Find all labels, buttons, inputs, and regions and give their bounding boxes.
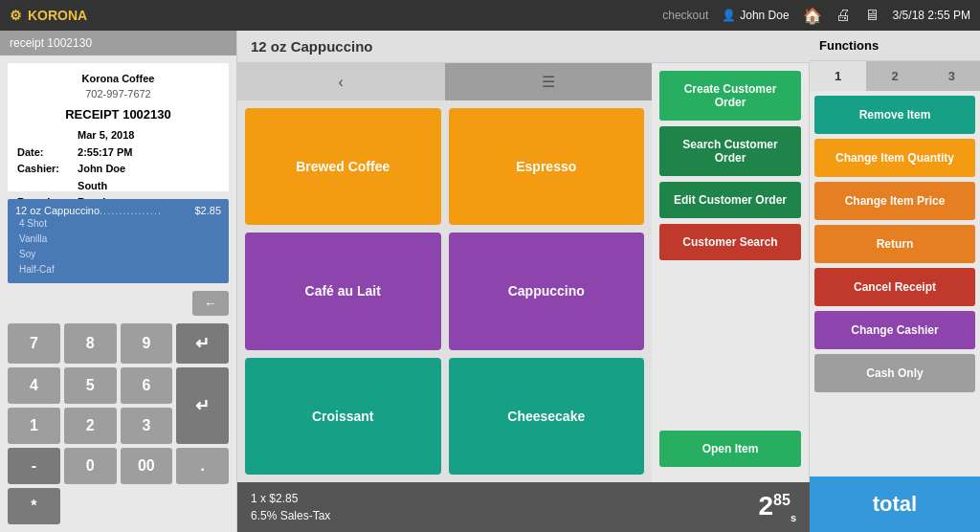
cashier-value: John Doe (78, 161, 135, 178)
numpad-star[interactable]: * (8, 488, 60, 524)
numpad-enter-2[interactable]: ↵ (176, 367, 229, 444)
user-icon: 👤 (722, 9, 736, 22)
product-section: ‹ ☰ Brewed Coffee Espresso Café au Lait … (237, 63, 652, 482)
store-name: Korona Coffee (17, 73, 219, 84)
functions-tab-3[interactable]: 3 (924, 61, 980, 91)
change-cashier-button[interactable]: Change Cashier (814, 311, 975, 349)
product-and-customer: 12 oz Cappuccino ‹ ☰ Brewed Coffee Espre… (237, 31, 810, 532)
functions-tabs: 1 2 3 (810, 61, 980, 91)
user-info: 👤 John Doe (722, 9, 789, 22)
order-footer: 1 x $2.85 6.5% Sales-Tax 285s (237, 482, 810, 532)
product-cappuccino[interactable]: Cappuccino (449, 233, 645, 349)
functions-buttons: Remove Item Change Item Quantity Change … (810, 91, 980, 477)
customer-search-button[interactable]: Customer Search (659, 224, 801, 260)
nav-back-button[interactable]: ‹ (237, 63, 445, 100)
open-item-button[interactable]: Open Item (659, 431, 801, 467)
receipt-number: RECEIPT 1002130 (17, 107, 219, 122)
functions-title: Functions (810, 31, 980, 61)
receipt-item-price: $2.85 (194, 205, 221, 216)
backspace-button[interactable]: ← (192, 291, 229, 316)
numpad-8[interactable]: 8 (64, 323, 117, 364)
receipt-item-name: 12 oz Cappuccino (15, 205, 100, 216)
functions-panel: Functions 1 2 3 Remove Item Change Item … (810, 31, 980, 532)
date-value: Mar 5, 2018 2:55:17 PM (78, 127, 135, 161)
print-icon[interactable]: 🖨 (835, 7, 851, 24)
product-croissant[interactable]: Croissant (245, 358, 441, 475)
receipt-title: receipt 1002130 (10, 36, 92, 50)
numpad-6[interactable]: 6 (121, 367, 173, 404)
receipt-header: receipt 1002130 (0, 31, 236, 55)
store-phone: 702-997-7672 (17, 88, 219, 100)
numpad-enter[interactable]: ↵ (176, 323, 229, 364)
nav-menu-button[interactable]: ☰ (445, 63, 653, 100)
functions-tab-1[interactable]: 1 (810, 61, 866, 91)
product-brewed-coffee[interactable]: Brewed Coffee (245, 108, 441, 225)
receipt-item-mods: 4 ShotVanillaSoyHalf-Caf (15, 216, 221, 277)
remove-item-button[interactable]: Remove Item (814, 96, 975, 134)
numpad-dot[interactable]: . (176, 448, 229, 484)
numpad-minus[interactable]: - (8, 448, 60, 484)
cancel-receipt-button[interactable]: Cancel Receipt (814, 268, 975, 306)
receipt-content: Korona Coffee 702-997-7672 RECEIPT 10021… (8, 63, 229, 191)
receipt-items: 12 oz Cappuccino ................ $2.85 … (8, 199, 229, 283)
numpad: 7 8 9 ↵ 4 5 6 ↵ 1 2 3 - 0 00 . * (0, 320, 236, 532)
product-cheesecake[interactable]: Cheesecake (449, 358, 645, 475)
logo: ⚙ KORONA (10, 8, 87, 23)
cash-only-button[interactable]: Cash Only (814, 354, 975, 392)
numpad-0[interactable]: 0 (64, 448, 117, 484)
checkout-label: checkout (662, 9, 708, 22)
product-grid: Brewed Coffee Espresso Café au Lait Capp… (237, 100, 652, 482)
datetime: 3/5/18 2:55 PM (893, 9, 970, 22)
numpad-2[interactable]: 2 (64, 408, 117, 444)
product-espresso[interactable]: Espresso (449, 108, 645, 225)
customer-panel: Create Customer Order Search Customer Or… (652, 63, 810, 482)
right-nav: checkout 👤 John Doe 🏠 🖨 🖥 3/5/18 2:55 PM (662, 7, 970, 25)
logo-icon: ⚙ (10, 8, 22, 23)
change-item-quantity-button[interactable]: Change Item Quantity (814, 139, 975, 177)
numpad-3[interactable]: 3 (121, 408, 173, 444)
product-title: 12 oz Cappuccino (237, 31, 810, 63)
create-customer-order-button[interactable]: Create Customer Order (659, 71, 801, 121)
functions-tab-2[interactable]: 2 (866, 61, 923, 91)
backspace-row: ← (0, 287, 236, 320)
order-tax: 6.5% Sales-Tax (251, 507, 330, 524)
order-info: 1 x $2.85 6.5% Sales-Tax (251, 490, 330, 524)
cashier-label: Cashier: (17, 161, 75, 178)
header: ⚙ KORONA checkout 👤 John Doe 🏠 🖨 🖥 3/5/1… (0, 0, 980, 31)
numpad-7[interactable]: 7 (8, 323, 60, 364)
order-price: 285s (759, 491, 797, 523)
left-panel: receipt 1002130 Korona Coffee 702-997-76… (0, 31, 237, 532)
product-cafe-au-lait[interactable]: Café au Lait (245, 233, 441, 349)
display-icon[interactable]: 🖥 (864, 7, 880, 24)
product-customer-mid: ‹ ☰ Brewed Coffee Espresso Café au Lait … (237, 63, 810, 482)
numpad-00[interactable]: 00 (121, 448, 173, 484)
numpad-9[interactable]: 9 (121, 323, 173, 364)
main: receipt 1002130 Korona Coffee 702-997-76… (0, 31, 980, 532)
logo-text: KORONA (28, 8, 87, 23)
product-nav: ‹ ☰ (237, 63, 652, 100)
numpad-1[interactable]: 1 (8, 408, 60, 444)
numpad-4[interactable]: 4 (8, 367, 60, 404)
center-right: 12 oz Cappuccino ‹ ☰ Brewed Coffee Espre… (237, 31, 980, 532)
total-button[interactable]: total (810, 477, 980, 532)
return-button[interactable]: Return (814, 225, 975, 263)
home-icon[interactable]: 🏠 (803, 7, 822, 25)
numpad-5[interactable]: 5 (64, 367, 117, 404)
search-customer-order-button[interactable]: Search Customer Order (659, 126, 801, 176)
order-quantity: 1 x $2.85 (251, 490, 330, 507)
change-item-price-button[interactable]: Change Item Price (814, 182, 975, 220)
date-label: Date: (17, 144, 75, 162)
edit-customer-order-button[interactable]: Edit Customer Order (659, 182, 801, 218)
user-name: John Doe (740, 9, 789, 22)
